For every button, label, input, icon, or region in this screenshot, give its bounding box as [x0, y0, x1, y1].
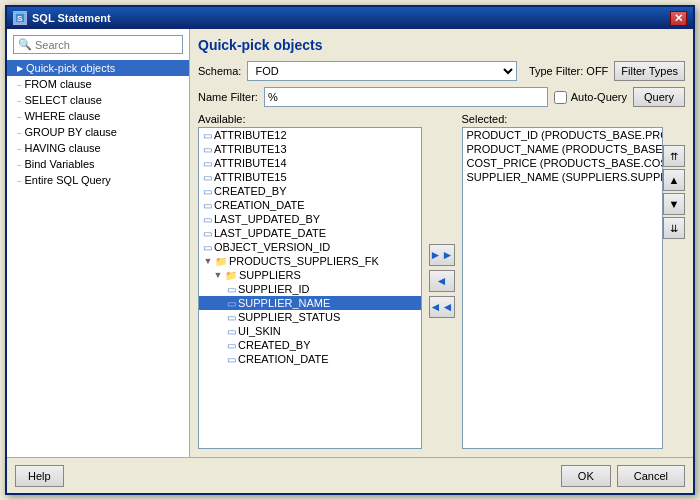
- table-icon: ▭: [227, 340, 236, 351]
- available-panel-container: Available: ▭ ATTRIBUTE12 ▭ ATTRIBUTE13: [198, 113, 422, 449]
- move-left-button[interactable]: ◄: [429, 270, 455, 292]
- list-item[interactable]: ▼ 📁 PRODUCTS_SUPPLIERS_FK: [199, 254, 421, 268]
- list-item[interactable]: ▭ ATTRIBUTE14: [199, 156, 421, 170]
- schema-label: Schema:: [198, 65, 241, 77]
- move-all-left-button[interactable]: ◄◄: [429, 296, 455, 318]
- sidebar-item-select[interactable]: – SELECT clause: [7, 92, 189, 108]
- table-icon: ▭: [203, 242, 212, 253]
- table-icon: ▭: [227, 326, 236, 337]
- sidebar: 🔍 ▶ Quick-pick objects – FROM clause – S…: [7, 29, 190, 457]
- sidebar-item-having[interactable]: – HAVING clause: [7, 140, 189, 156]
- list-item[interactable]: ▭ ATTRIBUTE15: [199, 170, 421, 184]
- sidebar-item-bind[interactable]: – Bind Variables: [7, 156, 189, 172]
- move-right-button[interactable]: ►►: [429, 244, 455, 266]
- window-icon: S: [13, 11, 27, 25]
- sql-statement-window: S SQL Statement ✕ 🔍 ▶ Quick-pick objects…: [5, 5, 695, 495]
- list-item[interactable]: ▭ CREATED_BY: [199, 184, 421, 198]
- auto-query-checkbox[interactable]: [554, 91, 567, 104]
- list-item[interactable]: ▭ LAST_UPDATED_BY: [199, 212, 421, 226]
- available-label: Available:: [198, 113, 422, 125]
- move-bottom-button[interactable]: ⇊: [663, 217, 685, 239]
- table-icon: ▭: [203, 144, 212, 155]
- window-title: SQL Statement: [32, 12, 111, 24]
- reorder-buttons: ⇈ ▲ ▼ ⇊: [663, 127, 685, 449]
- list-item-selected[interactable]: ▭ SUPPLIER_NAME: [199, 296, 421, 310]
- table-icon: ▭: [203, 172, 212, 183]
- table-icon: ▭: [203, 214, 212, 225]
- available-list[interactable]: ▭ ATTRIBUTE12 ▭ ATTRIBUTE13 ▭ ATTRIBUTE1…: [198, 127, 422, 449]
- folder-icon: 📁: [225, 270, 237, 281]
- search-box[interactable]: 🔍: [13, 35, 183, 54]
- table-icon: ▭: [227, 298, 236, 309]
- table-icon: ▭: [203, 200, 212, 211]
- search-input[interactable]: [35, 39, 178, 51]
- name-filter-input[interactable]: [264, 87, 548, 107]
- filter-types-button[interactable]: Filter Types: [614, 61, 685, 81]
- selected-list[interactable]: PRODUCT_ID (PRODUCTS_BASE.PRODUCT_ PRODU…: [462, 127, 664, 449]
- nav-list: ▶ Quick-pick objects – FROM clause – SEL…: [7, 60, 189, 457]
- list-item[interactable]: ▭ CREATED_BY: [199, 338, 421, 352]
- svg-text:S: S: [17, 14, 23, 23]
- move-top-button[interactable]: ⇈: [663, 145, 685, 167]
- selected-item[interactable]: COST_PRICE (PRODUCTS_BASE.COST_PRI: [463, 156, 663, 170]
- selected-item[interactable]: PRODUCT_ID (PRODUCTS_BASE.PRODUCT_: [463, 128, 663, 142]
- list-item[interactable]: ▭ CREATION_DATE: [199, 352, 421, 366]
- main-content: Quick-pick objects Schema: FOD Type Filt…: [190, 29, 693, 457]
- cancel-button[interactable]: Cancel: [617, 465, 685, 487]
- sidebar-item-where[interactable]: – WHERE clause: [7, 108, 189, 124]
- expand-icon: ▼: [213, 270, 223, 280]
- window-content: 🔍 ▶ Quick-pick objects – FROM clause – S…: [7, 29, 693, 457]
- sidebar-item-groupby[interactable]: – GROUP BY clause: [7, 124, 189, 140]
- list-item[interactable]: ▭ SUPPLIER_ID: [199, 282, 421, 296]
- selected-label: Selected:: [462, 113, 686, 125]
- expand-icon: ▼: [203, 256, 213, 266]
- list-item[interactable]: ▭ ATTRIBUTE13: [199, 142, 421, 156]
- auto-query-row: Auto-Query: [554, 91, 627, 104]
- table-icon: ▭: [227, 312, 236, 323]
- selected-item[interactable]: PRODUCT_NAME (PRODUCTS_BASE.PRODU: [463, 142, 663, 156]
- selected-item[interactable]: SUPPLIER_NAME (SUPPLIERS.SUPPLIER_NA: [463, 170, 663, 184]
- schema-select[interactable]: FOD: [247, 61, 516, 81]
- list-item[interactable]: ▭ LAST_UPDATE_DATE: [199, 226, 421, 240]
- sidebar-item-entire[interactable]: – Entire SQL Query: [7, 172, 189, 188]
- page-title: Quick-pick objects: [198, 37, 685, 53]
- list-item[interactable]: ▼ 📁 SUPPLIERS: [199, 268, 421, 282]
- name-filter-label: Name Filter:: [198, 91, 258, 103]
- list-item[interactable]: ▭ CREATION_DATE: [199, 198, 421, 212]
- schema-row: Schema: FOD Type Filter: OFF Filter Type…: [198, 61, 685, 81]
- type-filter-label: Type Filter: OFF: [529, 65, 608, 77]
- available-selected-row: Available: ▭ ATTRIBUTE12 ▭ ATTRIBUTE13: [198, 113, 685, 449]
- sidebar-item-quickpick[interactable]: ▶ Quick-pick objects: [7, 60, 189, 76]
- move-up-button[interactable]: ▲: [663, 169, 685, 191]
- list-item[interactable]: ▭ SUPPLIER_STATUS: [199, 310, 421, 324]
- title-bar: S SQL Statement ✕: [7, 7, 693, 29]
- transfer-buttons: ►► ◄ ◄◄: [426, 113, 458, 449]
- move-down-button[interactable]: ▼: [663, 193, 685, 215]
- table-icon: ▭: [203, 158, 212, 169]
- list-item[interactable]: ▭ UI_SKIN: [199, 324, 421, 338]
- query-button[interactable]: Query: [633, 87, 685, 107]
- bottom-bar: Help OK Cancel: [7, 457, 693, 493]
- selected-panel-container: Selected: PRODUCT_ID (PRODUCTS_BASE.PROD…: [462, 113, 686, 449]
- close-button[interactable]: ✕: [670, 11, 687, 26]
- table-icon: ▭: [203, 228, 212, 239]
- title-bar-left: S SQL Statement: [13, 11, 111, 25]
- table-icon: ▭: [227, 284, 236, 295]
- sidebar-item-from[interactable]: – FROM clause: [7, 76, 189, 92]
- ok-cancel-buttons: OK Cancel: [561, 465, 685, 487]
- table-icon: ▭: [203, 186, 212, 197]
- list-item[interactable]: ▭ OBJECT_VERSION_ID: [199, 240, 421, 254]
- auto-query-label: Auto-Query: [571, 91, 627, 103]
- list-item[interactable]: ▭ ATTRIBUTE12: [199, 128, 421, 142]
- folder-icon: 📁: [215, 256, 227, 267]
- ok-button[interactable]: OK: [561, 465, 611, 487]
- search-icon: 🔍: [18, 38, 32, 51]
- table-icon: ▭: [227, 354, 236, 365]
- table-icon: ▭: [203, 130, 212, 141]
- help-button[interactable]: Help: [15, 465, 64, 487]
- name-filter-row: Name Filter: Auto-Query Query: [198, 87, 685, 107]
